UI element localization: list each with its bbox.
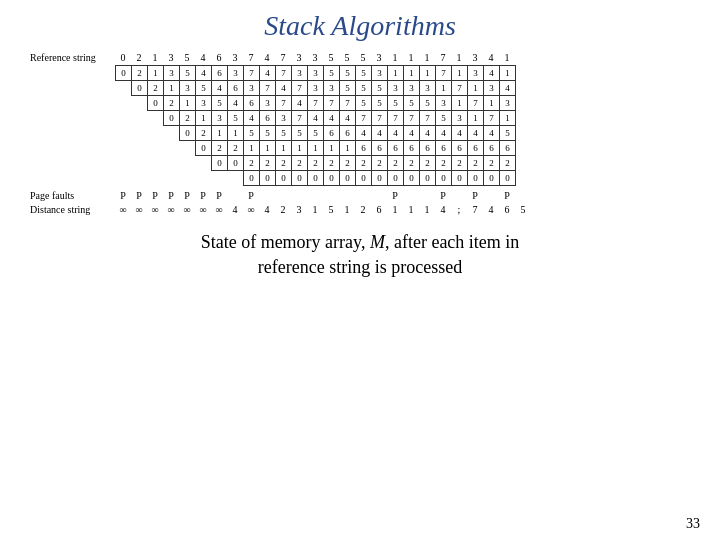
matrix-cell: 3 — [468, 66, 484, 81]
matrix-cell: 0 — [148, 96, 164, 111]
matrix-cell: 6 — [356, 141, 372, 156]
page-faults-values: PPPPPPPPPPPP — [115, 190, 515, 201]
matrix-cell: 5 — [372, 96, 388, 111]
matrix-cell: 7 — [468, 96, 484, 111]
matrix-cell: 6 — [436, 141, 452, 156]
reference-string-label: Reference string — [30, 52, 115, 63]
matrix-cell: 4 — [324, 111, 340, 126]
page-fault-cell: P — [387, 190, 403, 201]
matrix-cell: 2 — [180, 111, 196, 126]
matrix-cell — [148, 111, 164, 126]
matrix-cell: 0 — [196, 141, 212, 156]
distance-cell: ; — [451, 204, 467, 215]
page-fault-cell — [355, 190, 371, 201]
matrix-cell: 1 — [468, 81, 484, 96]
page-faults-row: Page faults PPPPPPPPPPPP — [30, 190, 700, 201]
matrix-cell: 3 — [164, 66, 180, 81]
matrix-cell: 2 — [356, 156, 372, 171]
matrix-cell: 4 — [436, 126, 452, 141]
matrix-cell: 3 — [404, 81, 420, 96]
matrix-cell — [116, 126, 132, 141]
bottom-rows: Page faults PPPPPPPPPPPP Distance string… — [30, 190, 700, 215]
matrix-cell: 4 — [276, 81, 292, 96]
matrix-cell: 3 — [292, 66, 308, 81]
ref-cell: 3 — [291, 52, 307, 63]
matrix-cell: 6 — [420, 141, 436, 156]
matrix-cell: 0 — [164, 111, 180, 126]
matrix-cell — [116, 171, 132, 186]
matrix-cell: 3 — [484, 81, 500, 96]
distance-cell: 5 — [515, 204, 531, 215]
matrix-cell: 7 — [436, 66, 452, 81]
matrix-cell — [116, 81, 132, 96]
matrix-cell: 3 — [436, 96, 452, 111]
matrix-cell: 3 — [196, 96, 212, 111]
matrix-cell — [196, 171, 212, 186]
page-fault-cell: P — [131, 190, 147, 201]
matrix-cell: 7 — [308, 96, 324, 111]
matrix-cell: 5 — [260, 126, 276, 141]
matrix-cell: 0 — [244, 171, 260, 186]
distance-cell: ∞ — [163, 204, 179, 215]
matrix-cell: 0 — [308, 171, 324, 186]
matrix-cell: 7 — [452, 81, 468, 96]
matrix-cell: 7 — [324, 96, 340, 111]
matrix-cell: 1 — [196, 111, 212, 126]
matrix-cell: 4 — [308, 111, 324, 126]
matrix-cell — [148, 171, 164, 186]
distance-cell: ∞ — [131, 204, 147, 215]
matrix-cell: 5 — [292, 126, 308, 141]
matrix-cell: 1 — [500, 111, 516, 126]
matrix-cell — [164, 141, 180, 156]
matrix-cell — [148, 141, 164, 156]
matrix-cell: 0 — [180, 126, 196, 141]
matrix-cell — [196, 156, 212, 171]
matrix-cell: 0 — [132, 81, 148, 96]
distance-cell: 1 — [307, 204, 323, 215]
distance-cell: 2 — [355, 204, 371, 215]
matrix-cell: 2 — [228, 141, 244, 156]
distance-cell: 5 — [323, 204, 339, 215]
page-fault-cell — [419, 190, 435, 201]
matrix-cell: 7 — [340, 96, 356, 111]
matrix-cell: 5 — [340, 66, 356, 81]
matrix-cell: 7 — [276, 66, 292, 81]
matrix-cell: 1 — [500, 66, 516, 81]
distance-cell: 4 — [259, 204, 275, 215]
distance-cell: 7 — [467, 204, 483, 215]
matrix-cell: 3 — [260, 96, 276, 111]
matrix-cell: 1 — [244, 141, 260, 156]
matrix-cell: 2 — [452, 156, 468, 171]
ref-cell: 3 — [307, 52, 323, 63]
matrix-cell — [180, 171, 196, 186]
reference-string-row: Reference string 02135463747335553111713… — [30, 52, 700, 63]
ref-cell: 3 — [163, 52, 179, 63]
matrix-cell: 2 — [308, 156, 324, 171]
matrix-cell: 6 — [484, 141, 500, 156]
matrix-cell: 3 — [228, 66, 244, 81]
footer-text: State of memory array, M, after each ite… — [20, 230, 700, 280]
matrix-cell: 2 — [420, 156, 436, 171]
ref-cell: 1 — [419, 52, 435, 63]
matrix-cell: 4 — [260, 66, 276, 81]
ref-cell: 5 — [339, 52, 355, 63]
matrix-cell: 7 — [372, 111, 388, 126]
page-fault-cell — [451, 190, 467, 201]
matrix-cell: 4 — [484, 66, 500, 81]
matrix-cell: 4 — [468, 126, 484, 141]
matrix-cell: 0 — [212, 156, 228, 171]
matrix-cell: 5 — [356, 66, 372, 81]
matrix-cell: 5 — [244, 126, 260, 141]
matrix-cell — [132, 141, 148, 156]
matrix-cell: 1 — [324, 141, 340, 156]
matrix-cell: 2 — [388, 156, 404, 171]
matrix-cell: 4 — [452, 126, 468, 141]
matrix-cell — [132, 156, 148, 171]
matrix-cell — [132, 96, 148, 111]
distance-string-values: ∞∞∞∞∞∞∞4∞423151261114;7465 — [115, 204, 531, 215]
matrix-cell — [228, 171, 244, 186]
matrix-cell: 7 — [484, 111, 500, 126]
matrix-cell: 6 — [404, 141, 420, 156]
matrix-cell: 1 — [484, 96, 500, 111]
ref-cell: 1 — [147, 52, 163, 63]
